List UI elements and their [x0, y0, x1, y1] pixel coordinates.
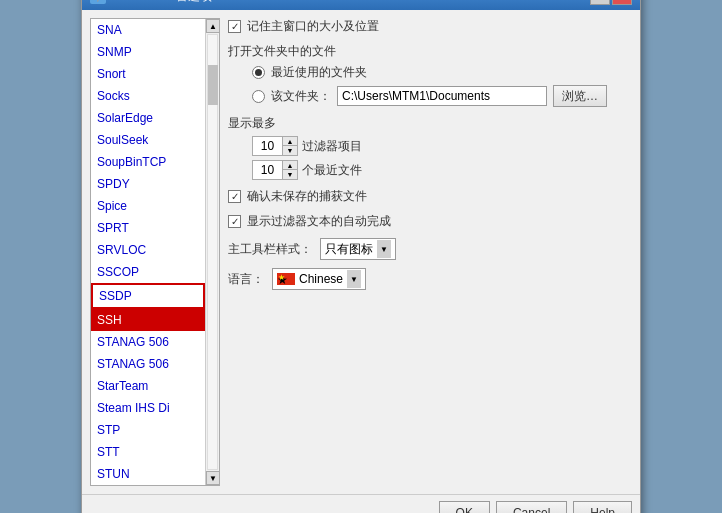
display-max-inputs: ▲ ▼ 过滤器项目 ▲ ▼	[228, 136, 632, 180]
vertical-scrollbar[interactable]: ▲ ▼	[205, 19, 219, 485]
sidebar-item-soulseek[interactable]: SoulSeek	[91, 129, 205, 151]
radio-this-label: 该文件夹：	[271, 88, 331, 105]
sidebar-item-srvloc[interactable]: SRVLOC	[91, 239, 205, 261]
filter-items-input[interactable]	[253, 137, 283, 155]
confirm-unsaved-label: 确认未保存的捕获文件	[247, 188, 367, 205]
dialog-body: SNA SNMP Snort Socks SolarEdge SoulSeek …	[82, 10, 640, 494]
sidebar-item-sscop[interactable]: SSCOP	[91, 261, 205, 283]
scroll-track[interactable]	[207, 34, 218, 470]
sidebar-item-soupbintcp[interactable]: SoupBinTCP	[91, 151, 205, 173]
sidebar-item-ssh[interactable]: SSH	[91, 309, 205, 331]
confirm-unsaved-checkbox[interactable]	[228, 190, 241, 203]
language-select[interactable]: ★ Chinese ▼	[272, 268, 366, 290]
dialog-title: Wireshark · 首选项	[112, 0, 212, 5]
toolbar-dropdown-arrow: ▼	[377, 240, 391, 258]
sidebar-item-spdy[interactable]: SPDY	[91, 173, 205, 195]
sidebar-item-starteam[interactable]: StarTeam	[91, 375, 205, 397]
help-button[interactable]: Help	[573, 501, 632, 513]
help-title-button[interactable]: ?	[590, 0, 610, 5]
recent-up-button[interactable]: ▲	[283, 161, 297, 170]
display-max-section: 显示最多 ▲ ▼ 过滤器项目	[228, 115, 632, 180]
dialog-footer: OK Cancel Help	[82, 494, 640, 513]
sidebar-item-stp[interactable]: STP	[91, 419, 205, 441]
recent-files-input[interactable]	[253, 161, 283, 179]
sidebar-item-stanag1[interactable]: STANAG 506​	[91, 331, 205, 353]
sidebar-item-steam[interactable]: Steam IHS Di	[91, 397, 205, 419]
toolbar-style-value: 只有图标	[325, 241, 373, 258]
radio-group: 最近使用的文件夹 该文件夹： 浏览…	[228, 64, 632, 107]
recent-files-spinner[interactable]: ▲ ▼	[252, 160, 298, 180]
dialog-window: 🦈 Wireshark · 首选项 ? ✕ SNA SNMP Snort Soc…	[81, 0, 641, 513]
flag-icon: ★	[277, 273, 295, 285]
display-max-label: 显示最多	[228, 115, 632, 132]
radio-recent-label: 最近使用的文件夹	[271, 64, 367, 81]
remember-size-row: 记住主窗口的大小及位置	[228, 18, 632, 35]
main-content: 记住主窗口的大小及位置 打开文件夹中的文件 最近使用的文件夹 该文件夹： 浏览…	[228, 18, 632, 486]
radio-this-folder-row: 该文件夹： 浏览…	[252, 85, 632, 107]
sidebar-item-spice[interactable]: Spice	[91, 195, 205, 217]
radio-recent-folder[interactable]	[252, 66, 265, 79]
sidebar-item-stun[interactable]: STUN	[91, 463, 205, 485]
auto-complete-row: 显示过滤器文本的自动完成	[228, 213, 632, 230]
ok-button[interactable]: OK	[439, 501, 490, 513]
radio-recent-row: 最近使用的文件夹	[252, 64, 632, 81]
sidebar-item-ssdp[interactable]: SSDP	[91, 283, 205, 309]
language-row: 语言： ★ Chinese ▼	[228, 268, 632, 290]
sidebar-item-socks[interactable]: Socks	[91, 85, 205, 107]
toolbar-style-select[interactable]: 只有图标 ▼	[320, 238, 396, 260]
recent-files-label: 个最近文件	[302, 162, 362, 179]
filter-items-label: 过滤器项目	[302, 138, 362, 155]
open-folder-label: 打开文件夹中的文件	[228, 43, 632, 60]
sidebar-item-solaredge[interactable]: SolarEdge	[91, 107, 205, 129]
recent-down-button[interactable]: ▼	[283, 170, 297, 179]
sidebar-item-snort[interactable]: Snort	[91, 63, 205, 85]
recent-spinner-buttons: ▲ ▼	[283, 161, 297, 179]
filter-items-spinner[interactable]: ▲ ▼	[252, 136, 298, 156]
folder-path-input[interactable]	[337, 86, 547, 106]
title-bar-buttons: ? ✕	[590, 0, 632, 5]
title-bar: 🦈 Wireshark · 首选项 ? ✕	[82, 0, 640, 10]
remember-size-checkbox[interactable]	[228, 20, 241, 33]
sidebar-item-sna[interactable]: SNA	[91, 19, 205, 41]
cancel-button[interactable]: Cancel	[496, 501, 567, 513]
sidebar-item-sprt[interactable]: SPRT	[91, 217, 205, 239]
auto-complete-label: 显示过滤器文本的自动完成	[247, 213, 391, 230]
sidebar-item-stt[interactable]: STT	[91, 441, 205, 463]
language-dropdown-arrow: ▼	[347, 270, 361, 288]
language-value: Chinese	[299, 272, 343, 286]
scroll-up-button[interactable]: ▲	[206, 19, 220, 33]
close-title-button[interactable]: ✕	[612, 0, 632, 5]
sidebar-item-snmp[interactable]: SNMP	[91, 41, 205, 63]
sidebar-list: SNA SNMP Snort Socks SolarEdge SoulSeek …	[91, 19, 205, 485]
filter-down-button[interactable]: ▼	[283, 146, 297, 155]
auto-complete-checkbox[interactable]	[228, 215, 241, 228]
sidebar-item-stanag2[interactable]: STANAG 506​	[91, 353, 205, 375]
radio-this-folder[interactable]	[252, 90, 265, 103]
app-icon: 🦈	[90, 0, 106, 4]
filter-items-row: ▲ ▼ 过滤器项目	[252, 136, 632, 156]
filter-spinner-buttons: ▲ ▼	[283, 137, 297, 155]
filter-up-button[interactable]: ▲	[283, 137, 297, 146]
remember-size-label: 记住主窗口的大小及位置	[247, 18, 379, 35]
confirm-unsaved-row: 确认未保存的捕获文件	[228, 188, 632, 205]
recent-files-row: ▲ ▼ 个最近文件	[252, 160, 632, 180]
language-label: 语言：	[228, 271, 264, 288]
scroll-down-button[interactable]: ▼	[206, 471, 220, 485]
scroll-thumb	[208, 65, 218, 105]
toolbar-style-row: 主工具栏样式： 只有图标 ▼	[228, 238, 632, 260]
browse-button[interactable]: 浏览…	[553, 85, 607, 107]
sidebar: SNA SNMP Snort Socks SolarEdge SoulSeek …	[90, 18, 220, 486]
open-folder-section: 打开文件夹中的文件 最近使用的文件夹 该文件夹： 浏览…	[228, 43, 632, 107]
title-bar-left: 🦈 Wireshark · 首选项	[90, 0, 212, 5]
toolbar-style-label: 主工具栏样式：	[228, 241, 312, 258]
